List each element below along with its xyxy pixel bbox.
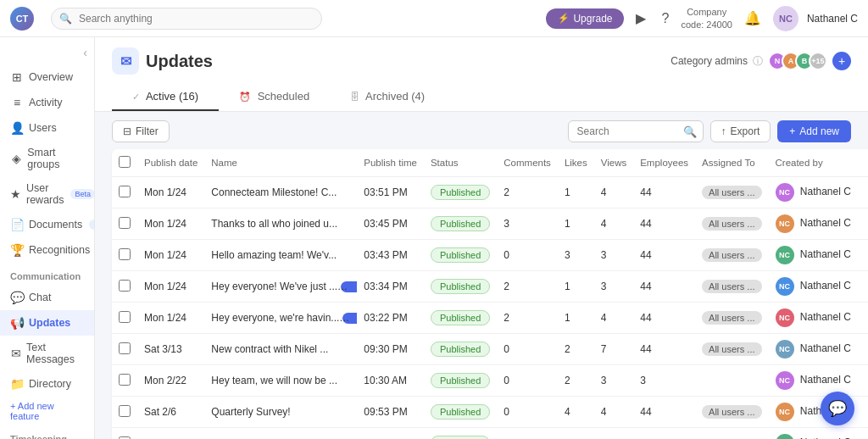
col-employees: Employees (633, 149, 695, 177)
sidebar-item-users[interactable]: 👤 Users (0, 115, 94, 141)
row-publish-time: 03:34 PM (357, 271, 424, 303)
row-assigned-to: All users ... (695, 177, 768, 208)
row-views: 1 (594, 428, 633, 440)
help-button[interactable]: ? (658, 8, 672, 30)
sidebar-item-directory[interactable]: 📁 Directory (0, 371, 94, 397)
upgrade-button[interactable]: Upgrade (546, 8, 624, 29)
sidebar-item-updates[interactable]: 📢 Updates (0, 310, 94, 336)
row-name[interactable]: We are now entering our ... (204, 428, 357, 440)
sidebar-item-label: Overview (29, 71, 73, 83)
search-input[interactable] (51, 8, 322, 30)
export-button[interactable]: ↑ Export (710, 120, 771, 142)
select-all-checkbox[interactable] (119, 156, 131, 168)
notifications-button[interactable]: 🔔 (741, 7, 765, 30)
row-name[interactable]: Hey everyone, we're havin...2 new (204, 303, 357, 334)
add-new-button[interactable]: + Add new (777, 120, 851, 142)
sidebar-item-documents[interactable]: 📄 DocumentsBeta (0, 212, 94, 237)
row-check[interactable] (112, 303, 137, 334)
row-checkbox[interactable] (119, 311, 131, 323)
row-name[interactable]: Connecteam Milestone! C... (204, 177, 357, 208)
row-checkbox[interactable] (119, 342, 131, 354)
scheduled-tab-icon: ⏰ (239, 92, 251, 102)
row-created-by: NC Nathanel C (769, 303, 869, 334)
sidebar-item-smart-groups[interactable]: ◈ Smart groups (0, 141, 94, 176)
row-checkbox[interactable] (119, 186, 131, 197)
logo: CT (10, 7, 34, 31)
logo-icon: CT (10, 7, 34, 31)
row-likes: 1 (558, 177, 594, 208)
row-name[interactable]: Hey everyone! We've just ...2 new (204, 271, 357, 303)
row-check[interactable] (112, 428, 137, 440)
row-employees: 44 (633, 303, 695, 334)
table-search[interactable]: 🔍 (568, 120, 704, 142)
row-views: 3 (594, 271, 633, 303)
row-check[interactable] (112, 271, 137, 303)
row-publish-time: 09:30 PM (357, 334, 424, 365)
created-by-avatar: NC (776, 183, 794, 202)
filter-button[interactable]: ⊟ Filter (112, 120, 170, 142)
row-checkbox[interactable] (119, 280, 131, 292)
row-publish-date: Mon 1/24 (137, 177, 204, 208)
sidebar-item-label: Activity (29, 97, 63, 108)
filter-icon: ⊟ (123, 125, 131, 137)
sidebar-item-text-messages[interactable]: ✉ Text Messages (0, 336, 94, 371)
row-check[interactable] (112, 397, 137, 428)
user-avatar[interactable]: NC (773, 6, 798, 31)
sidebar-item-activity[interactable]: ≡ Activity (0, 90, 94, 115)
row-check[interactable] (112, 365, 137, 397)
text-messages-icon: ✉ (10, 347, 21, 360)
row-name[interactable]: Hey team, we will now be ... (204, 365, 357, 397)
row-comments: 2 (497, 271, 558, 303)
row-status: Published (424, 334, 497, 365)
updates-mail-icon: ✉ (112, 47, 139, 75)
sidebar-item-overview[interactable]: ⊞ Overview (0, 64, 94, 90)
row-checkbox[interactable] (119, 248, 131, 260)
row-comments: 0 (497, 334, 558, 365)
sidebar: ‹ ⊞ Overview ≡ Activity 👤 Users ◈ Smart … (0, 37, 95, 439)
row-publish-date: Sat 2/6 (137, 397, 204, 428)
search-bar[interactable]: 🔍 (51, 8, 322, 30)
sidebar-item-chat[interactable]: 💬 Chat (0, 285, 94, 310)
row-name[interactable]: Quarterly Survey! (204, 397, 357, 428)
sidebar-item-label: Recognitions (29, 244, 90, 256)
sidebar-item-label: Updates (29, 317, 70, 329)
tab-scheduled[interactable]: ⏰ Scheduled (219, 83, 330, 111)
comm-add-feature[interactable]: + Add new feature (0, 397, 94, 425)
play-button[interactable]: ▶ (632, 7, 649, 30)
row-created-by: NC Nathanel C (769, 208, 869, 240)
row-name[interactable]: New contract with Nikel ... (204, 334, 357, 365)
assigned-badge: All users ... (702, 248, 761, 262)
assigned-badge: All users ... (702, 342, 761, 356)
row-check[interactable] (112, 240, 137, 271)
row-views: 3 (594, 240, 633, 271)
timekeeping-section-label: Timekeeping (0, 425, 94, 439)
communication-section-label: Communication (0, 263, 94, 285)
add-admin-button[interactable]: + (832, 52, 851, 70)
row-name[interactable]: Thanks to all who joined u... (204, 208, 357, 240)
chat-fab-button[interactable]: 💬 (821, 392, 854, 425)
row-check[interactable] (112, 334, 137, 365)
row-check[interactable] (112, 177, 137, 208)
tab-active[interactable]: ✓ Active (16) (112, 83, 219, 111)
main-content: ✉ Updates Category admins ⓘ N A B +15 + (95, 37, 868, 439)
row-name[interactable]: Hello amazing team! We'v... (204, 240, 357, 271)
row-checkbox[interactable] (119, 405, 131, 417)
collapse-button[interactable]: ‹ (83, 46, 87, 59)
created-by-avatar: NC (776, 277, 794, 296)
row-employees: 44 (633, 240, 695, 271)
sidebar-item-recognitions[interactable]: 🏆 RecognitionsBeta (0, 237, 94, 263)
sidebar-item-label: Smart groups (27, 147, 84, 170)
table-row: Mon 1/24 Connecteam Milestone! C... 03:5… (112, 177, 868, 208)
sidebar-item-user-rewards[interactable]: ★ User rewardsBeta (0, 176, 94, 212)
sidebar-collapse[interactable]: ‹ (0, 44, 94, 64)
row-check[interactable] (112, 208, 137, 240)
archived-tab-icon: 🗄 (350, 92, 359, 102)
row-checkbox[interactable] (119, 374, 131, 386)
tab-archived[interactable]: 🗄 Archived (4) (330, 83, 445, 111)
row-assigned-to: All users ... (695, 303, 768, 334)
row-checkbox[interactable] (119, 217, 131, 229)
row-created-by: NC Nathanel C (769, 177, 869, 208)
row-status: Published (424, 240, 497, 271)
toolbar: ⊟ Filter 🔍 ↑ Export + Add new (112, 120, 851, 142)
row-checkbox[interactable] (119, 436, 131, 440)
